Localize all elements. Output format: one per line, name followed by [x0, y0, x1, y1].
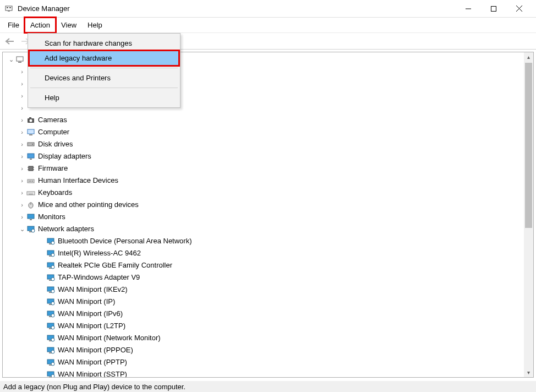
- keyboard-icon: [26, 188, 36, 197]
- app-icon: [4, 4, 13, 13]
- menu-add-legacy-hardware[interactable]: Add legacy hardware: [29, 51, 179, 66]
- tree-item-mice[interactable]: › Mice and other pointing devices: [3, 199, 533, 211]
- chevron-right-icon[interactable]: ›: [18, 162, 26, 175]
- svg-rect-0: [6, 6, 12, 10]
- network-adapter-item[interactable]: TAP-Windows Adapter V9: [3, 271, 533, 284]
- network-adapter-item[interactable]: Bluetooth Device (Personal Area Network): [3, 235, 533, 247]
- network-adapter-item[interactable]: Realtek PCIe GbE Family Controller: [3, 259, 533, 271]
- vertical-scrollbar[interactable]: ▴ ▾: [524, 52, 533, 377]
- svg-rect-27: [32, 181, 33, 182]
- svg-point-50: [51, 265, 54, 269]
- tree-item-computer[interactable]: › Computer: [3, 126, 533, 138]
- tree-item-disk-drives[interactable]: › Disk drives: [3, 138, 533, 150]
- chevron-right-icon[interactable]: ›: [18, 66, 26, 78]
- menubar: File Action View Help: [0, 18, 536, 33]
- menu-file[interactable]: File: [2, 18, 25, 32]
- chevron-right-icon[interactable]: ›: [18, 78, 26, 90]
- window-title: Device Manager: [18, 4, 456, 13]
- svg-point-44: [51, 241, 54, 244]
- tree-item-monitors[interactable]: › Monitors: [3, 211, 533, 223]
- svg-point-11: [30, 119, 32, 122]
- svg-rect-33: [32, 193, 33, 193]
- tree-label: WAN Miniport (IKEv2): [58, 284, 128, 296]
- tree-item-network-adapters[interactable]: ⌄ Network adapters: [3, 223, 533, 235]
- chevron-right-icon[interactable]: ›: [18, 126, 26, 138]
- tree-label: Bluetooth Device (Personal Area Network): [58, 235, 192, 247]
- tree-label: Monitors: [38, 211, 65, 223]
- scroll-thumb[interactable]: [525, 63, 532, 228]
- chevron-right-icon[interactable]: ›: [18, 90, 26, 102]
- tree-item-firmware[interactable]: › Firmware: [3, 162, 533, 175]
- status-text: Add a legacy (non Plug and Play) device …: [3, 383, 185, 391]
- chevron-right-icon[interactable]: ›: [18, 187, 26, 199]
- svg-point-65: [51, 326, 54, 329]
- chevron-right-icon[interactable]: ›: [18, 102, 26, 114]
- network-adapter-item[interactable]: WAN Miniport (L2TP): [3, 320, 533, 332]
- network-adapter-item[interactable]: WAN Miniport (SSTP): [3, 368, 533, 377]
- network-adapter-item[interactable]: Intel(R) Wireless-AC 9462: [3, 247, 533, 259]
- computer-icon: [15, 55, 25, 64]
- tree-label: WAN Miniport (L2TP): [58, 320, 125, 332]
- titlebar: Device Manager: [0, 0, 536, 18]
- menu-scan-hardware[interactable]: Scan for hardware changes: [29, 36, 179, 51]
- tree-label: WAN Miniport (PPPOE): [58, 344, 133, 356]
- chevron-right-icon[interactable]: ›: [18, 175, 26, 187]
- tree-item-keyboards[interactable]: › Keyboards: [3, 187, 533, 199]
- svg-rect-38: [30, 219, 32, 220]
- network-icon: [46, 309, 56, 318]
- maximize-button[interactable]: [481, 0, 506, 18]
- close-button[interactable]: [506, 0, 532, 18]
- tree-label: WAN Miniport (IPv6): [58, 308, 123, 320]
- tree-item-hid[interactable]: › Human Interface Devices: [3, 175, 533, 187]
- network-adapter-item[interactable]: WAN Miniport (IP): [3, 296, 533, 308]
- menu-view[interactable]: View: [56, 18, 82, 32]
- menu-help-item[interactable]: Help: [29, 90, 179, 105]
- chevron-right-icon[interactable]: ›: [18, 199, 26, 211]
- svg-rect-37: [28, 214, 34, 219]
- svg-rect-31: [30, 193, 31, 193]
- tree-label: Disk drives: [38, 138, 73, 150]
- network-adapter-item[interactable]: WAN Miniport (PPPOE): [3, 344, 533, 356]
- chevron-right-icon[interactable]: ›: [18, 114, 26, 126]
- svg-rect-9: [18, 62, 21, 63]
- menu-action[interactable]: Action: [25, 18, 56, 32]
- window-controls: [456, 0, 532, 18]
- scroll-up-icon[interactable]: ▴: [524, 52, 533, 62]
- chip-icon: [26, 164, 36, 173]
- svg-point-53: [51, 277, 54, 281]
- svg-rect-2: [9, 7, 11, 8]
- menu-devices-printers[interactable]: Devices and Printers: [29, 70, 179, 85]
- svg-point-47: [51, 253, 54, 257]
- network-icon: [46, 334, 56, 342]
- chevron-right-icon[interactable]: ›: [18, 150, 26, 162]
- svg-rect-5: [491, 6, 496, 11]
- computer-icon: [26, 128, 36, 137]
- chevron-down-icon[interactable]: ⌄: [7, 53, 15, 66]
- svg-rect-17: [28, 154, 34, 158]
- network-icon: [46, 249, 56, 258]
- network-adapter-item[interactable]: WAN Miniport (Network Monitor): [3, 332, 533, 344]
- network-adapter-item[interactable]: WAN Miniport (IPv6): [3, 308, 533, 320]
- network-adapter-item[interactable]: WAN Miniport (IKEv2): [3, 284, 533, 296]
- scroll-down-icon[interactable]: ▾: [524, 368, 533, 377]
- menu-help[interactable]: Help: [82, 18, 108, 32]
- minimize-button[interactable]: [456, 0, 481, 18]
- network-icon: [46, 285, 56, 294]
- tree-label: Network adapters: [38, 223, 94, 235]
- back-button[interactable]: [3, 35, 17, 48]
- tree-label: WAN Miniport (Network Monitor): [58, 332, 161, 344]
- svg-rect-3: [8, 10, 10, 12]
- tree-item-display-adapters[interactable]: › Display adapters: [3, 150, 533, 162]
- chevron-right-icon[interactable]: ›: [18, 138, 26, 150]
- tree-label: Cameras: [38, 114, 67, 126]
- svg-point-16: [32, 144, 33, 145]
- network-adapter-item[interactable]: WAN Miniport (PPTP): [3, 356, 533, 368]
- camera-icon: [26, 116, 36, 124]
- dropdown-separator: [30, 68, 178, 68]
- svg-rect-30: [29, 193, 30, 193]
- svg-rect-12: [29, 117, 31, 118]
- chevron-right-icon[interactable]: ›: [18, 211, 26, 223]
- tree-label: Mice and other pointing devices: [38, 199, 139, 211]
- chevron-down-icon[interactable]: ⌄: [18, 223, 26, 235]
- tree-item-cameras[interactable]: › Cameras: [3, 114, 533, 126]
